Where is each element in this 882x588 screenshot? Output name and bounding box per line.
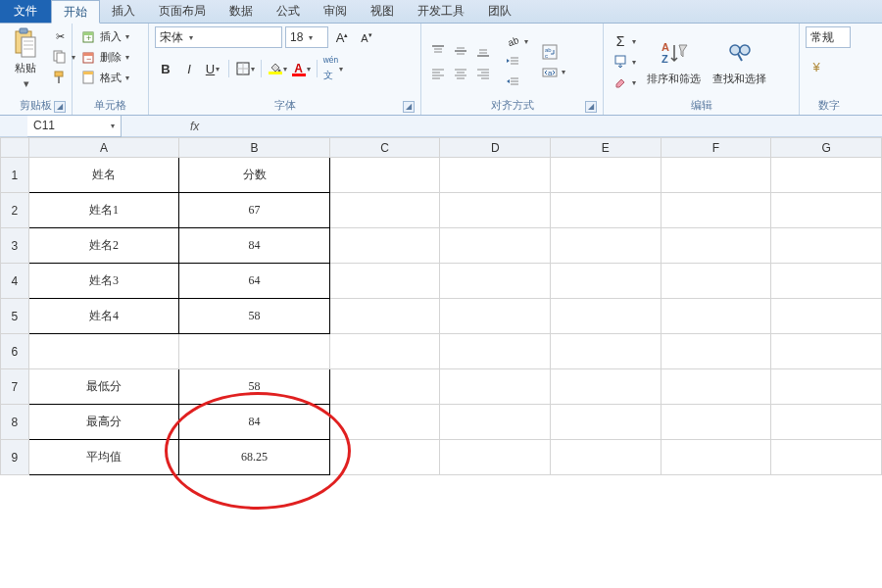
cell-F4[interactable] <box>661 264 771 299</box>
find-select-button[interactable]: 查找和选择 <box>709 31 770 92</box>
cell-C7[interactable] <box>329 369 440 405</box>
shrink-font-button[interactable]: A▾ <box>356 26 377 48</box>
cell-G9[interactable] <box>771 440 882 475</box>
cell-D4[interactable] <box>440 264 551 299</box>
tab-data[interactable]: 数据 <box>218 0 265 23</box>
tab-developer[interactable]: 开发工具 <box>406 0 476 23</box>
number-format-combo[interactable]: 常规 <box>806 26 851 48</box>
cell-D5[interactable] <box>440 299 551 334</box>
cell-F3[interactable] <box>661 228 771 264</box>
cell-B2[interactable]: 67 <box>179 193 330 228</box>
row-header-8[interactable]: 8 <box>1 405 29 440</box>
cell-A4[interactable]: 姓名3 <box>28 264 179 299</box>
font-color-button[interactable]: A▾ <box>290 58 312 79</box>
font-name-combo[interactable]: 宋体▾ <box>155 26 282 48</box>
cell-C3[interactable] <box>329 228 440 264</box>
col-header-E[interactable]: E <box>551 138 662 158</box>
cell-B1[interactable]: 分数 <box>179 158 330 193</box>
tab-formulas[interactable]: 公式 <box>265 0 312 23</box>
dialog-launcher-icon[interactable]: ◢ <box>403 101 415 113</box>
cell-D1[interactable] <box>440 158 551 193</box>
cell-C1[interactable] <box>329 158 440 193</box>
cell-A5[interactable]: 姓名4 <box>28 299 179 334</box>
cell-B7[interactable]: 58 <box>179 369 330 405</box>
tab-view[interactable]: 视图 <box>359 0 406 23</box>
cell-E8[interactable] <box>551 405 662 440</box>
cell-B3[interactable]: 84 <box>179 228 330 264</box>
clear-button[interactable]: ▾ <box>610 73 639 92</box>
tab-home[interactable]: 开始 <box>51 0 100 24</box>
cell-A3[interactable]: 姓名2 <box>28 228 179 264</box>
align-center-button[interactable] <box>450 63 471 84</box>
row-header-9[interactable]: 9 <box>1 440 29 475</box>
col-header-B[interactable]: B <box>179 138 330 158</box>
row-header-4[interactable]: 4 <box>1 264 29 299</box>
row-header-7[interactable]: 7 <box>1 369 29 405</box>
italic-button[interactable]: I <box>178 58 200 79</box>
cell-C5[interactable] <box>329 299 440 334</box>
col-header-D[interactable]: D <box>440 138 551 158</box>
col-header-A[interactable]: A <box>28 138 179 158</box>
cell-B9[interactable]: 68.25 <box>179 440 330 475</box>
cell-F5[interactable] <box>661 299 771 334</box>
col-header-F[interactable]: F <box>661 138 771 158</box>
insert-cells-button[interactable]: +插入▾ <box>78 26 142 46</box>
name-box[interactable]: C11 ▾ <box>27 116 122 137</box>
cell-G6[interactable] <box>771 334 882 369</box>
cell-A7[interactable]: 最低分 <box>28 369 179 405</box>
grow-font-button[interactable]: A▴ <box>331 26 353 48</box>
col-header-C[interactable]: C <box>329 138 440 158</box>
cell-A8[interactable]: 最高分 <box>28 405 179 440</box>
cell-C2[interactable] <box>329 193 440 228</box>
file-tab[interactable]: 文件 <box>0 0 51 23</box>
cell-A1[interactable]: 姓名 <box>28 158 179 193</box>
phonetic-button[interactable]: wén文▾ <box>322 58 344 79</box>
dialog-launcher-icon[interactable]: ◢ <box>585 101 597 113</box>
wrap-text-button[interactable]: abc <box>539 42 568 62</box>
cell-E3[interactable] <box>551 228 662 264</box>
cell-F1[interactable] <box>661 158 771 193</box>
cell-E7[interactable] <box>551 369 662 405</box>
format-cells-button[interactable]: 格式▾ <box>78 68 142 87</box>
cell-E9[interactable] <box>551 440 662 475</box>
cell-F8[interactable] <box>661 405 771 440</box>
tab-review[interactable]: 审阅 <box>312 0 359 23</box>
cell-D9[interactable] <box>440 440 551 475</box>
cell-A2[interactable]: 姓名1 <box>28 193 179 228</box>
tab-page-layout[interactable]: 页面布局 <box>147 0 218 23</box>
decrease-indent-button[interactable] <box>502 52 531 72</box>
formula-input[interactable] <box>205 117 695 136</box>
accounting-format-button[interactable]: ¥ <box>806 56 827 77</box>
cell-C6[interactable] <box>329 334 440 369</box>
bold-button[interactable]: B <box>155 58 176 79</box>
orientation-button[interactable]: ab▾ <box>502 31 531 51</box>
row-header-3[interactable]: 3 <box>1 228 29 264</box>
paste-button[interactable]: 粘贴 ▾ <box>6 26 45 91</box>
cell-G5[interactable] <box>771 299 882 334</box>
cell-D7[interactable] <box>440 369 551 405</box>
cell-E4[interactable] <box>551 264 662 299</box>
cell-G8[interactable] <box>771 405 882 440</box>
cell-F7[interactable] <box>661 369 771 405</box>
cell-D8[interactable] <box>440 405 551 440</box>
col-header-G[interactable]: G <box>771 138 882 158</box>
cell-E1[interactable] <box>551 158 662 193</box>
cell-B4[interactable]: 64 <box>179 264 330 299</box>
cell-E6[interactable] <box>551 334 662 369</box>
cell-D3[interactable] <box>440 228 551 264</box>
cell-F6[interactable] <box>661 334 771 369</box>
cell-B8[interactable]: 84 <box>179 405 330 440</box>
row-header-6[interactable]: 6 <box>1 334 29 369</box>
align-right-button[interactable] <box>472 63 494 84</box>
merge-center-button[interactable]: a▾ <box>539 63 568 82</box>
cell-B6[interactable] <box>179 334 330 369</box>
sort-filter-button[interactable]: AZ 排序和筛选 <box>643 31 705 92</box>
increase-indent-button[interactable] <box>502 73 531 92</box>
align-top-button[interactable] <box>427 40 449 62</box>
font-size-combo[interactable]: 18▾ <box>285 26 328 48</box>
cell-C4[interactable] <box>329 264 440 299</box>
fill-button[interactable]: ▾ <box>610 52 639 72</box>
cell-G1[interactable] <box>771 158 882 193</box>
align-left-button[interactable] <box>427 63 449 84</box>
align-bottom-button[interactable] <box>472 40 494 62</box>
